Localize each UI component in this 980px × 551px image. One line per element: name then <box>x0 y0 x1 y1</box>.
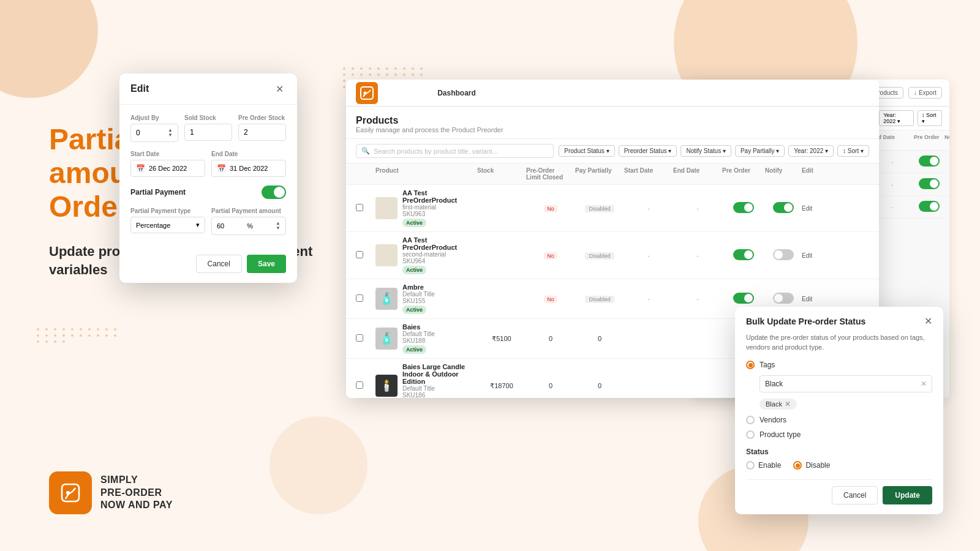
modal-body: Adjust By 0 ▲ ▼ Sold Stock 1 Pre Order S… <box>119 105 297 255</box>
logo-area: SIMPLY PRE-ORDER NOW AND PAY <box>49 471 173 514</box>
sold-stock-field: Sold Stock 1 <box>184 114 232 142</box>
status-label: Status <box>746 448 932 456</box>
bulk-update-modal: Bulk Update Pre-order Status ✕ Update th… <box>735 307 943 514</box>
dot-pattern-left <box>37 328 119 343</box>
search-box[interactable]: 🔍 Search products by product title, vari… <box>356 144 554 158</box>
spinner-down[interactable]: ▼ <box>168 133 173 138</box>
modal-title: Edit <box>130 83 149 94</box>
product-type-radio[interactable] <box>746 430 755 439</box>
logo-text: SIMPLY PRE-ORDER NOW AND PAY <box>100 474 173 512</box>
modal-actions: Cancel Save <box>119 255 297 283</box>
row-checkbox[interactable] <box>356 251 363 258</box>
tag-chip-remove[interactable]: ✕ <box>785 400 791 408</box>
pre-order-toggle[interactable] <box>733 202 754 213</box>
bulk-modal-title: Bulk Update Pre-order Status <box>746 317 865 326</box>
search-icon: 🔍 <box>361 147 370 155</box>
enable-radio[interactable] <box>746 461 755 470</box>
save-button[interactable]: Save <box>247 255 286 273</box>
product-name: AA Test PreOrderProduct <box>402 236 477 251</box>
product-sku: SKU964 <box>402 258 477 264</box>
partial-type-field: Partial Payment type Percentage ▾ <box>130 208 205 235</box>
bulk-modal-header: Bulk Update Pre-order Status ✕ <box>735 307 943 333</box>
disable-radio[interactable] <box>793 461 802 470</box>
product-variant: Default Title <box>402 291 435 298</box>
rp-year-filter[interactable]: Year: 2022 ▾ <box>879 110 914 126</box>
edit-link[interactable]: Edit <box>802 252 812 259</box>
filter-year[interactable]: Year: 2022 ▾ <box>788 145 834 157</box>
product-variant: first-material <box>402 204 477 211</box>
product-sku: SKU963 <box>402 211 477 217</box>
sold-stock-input: 1 <box>184 124 232 141</box>
row-checkbox[interactable] <box>356 294 363 302</box>
product-sku: SKU188 <box>402 337 435 344</box>
tags-option-row: Tags <box>746 361 932 369</box>
vendors-radio[interactable] <box>746 416 755 424</box>
product-thumbnail: 🧴 <box>375 328 398 350</box>
end-date-input[interactable]: 📅 31 Dec 2022 <box>211 160 286 177</box>
search-placeholder: Search products by product title, varian… <box>374 148 498 155</box>
notify-toggle[interactable] <box>773 293 794 304</box>
products-title: Products <box>356 115 869 126</box>
app-topbar: SIMPLYPRE-ORDERNOW AND PAY Dashboard <box>346 80 879 107</box>
edit-link[interactable]: Edit <box>802 205 812 212</box>
app-logo <box>356 82 378 104</box>
pre-order-toggle[interactable] <box>733 293 754 304</box>
bulk-radio-group: Tags Black ✕ Black ✕ Vendors <box>746 361 932 439</box>
cancel-button[interactable]: Cancel <box>196 255 242 273</box>
product-type-label: Product type <box>760 430 801 439</box>
amount-spinner-down[interactable]: ▼ <box>276 226 281 231</box>
product-variant: Default Title <box>402 331 435 337</box>
tags-chips: Black ✕ <box>760 399 932 410</box>
enable-radio-row: Enable <box>746 461 781 470</box>
vendors-option-row: Vendors <box>746 416 932 424</box>
tag-chip-black: Black ✕ <box>760 399 797 410</box>
bulk-update-button[interactable]: Update <box>883 486 932 504</box>
partial-amount-input[interactable]: 60 % ▲ ▼ <box>211 217 286 235</box>
edit-link[interactable]: Edit <box>802 296 812 302</box>
export-btn[interactable]: ↓Export <box>908 87 942 99</box>
filter-notify-status[interactable]: Notify Status ▾ <box>680 145 731 157</box>
adjust-by-field: Adjust By 0 ▲ ▼ <box>130 114 178 142</box>
app-nav: Dashboard <box>437 89 476 97</box>
notify-toggle[interactable] <box>773 202 794 213</box>
status-badge: Active <box>402 305 426 314</box>
edit-modal: Edit ✕ Adjust By 0 ▲ ▼ Sold Stock 1 <box>119 73 297 283</box>
product-name: Ambre <box>402 283 435 291</box>
pre-order-stock-input: 2 <box>238 124 286 141</box>
filter-product-status[interactable]: Product Status ▾ <box>559 145 614 157</box>
bulk-description: Update the pre-order status of your prod… <box>746 333 932 352</box>
filter-sort[interactable]: ↕ Sort ▾ <box>837 145 869 157</box>
start-date-input[interactable]: 📅 26 Dec 2022 <box>130 160 205 177</box>
partial-amount-field: Partial Payment amount 60 % ▲ ▼ <box>211 208 286 235</box>
filter-pay-partially[interactable]: Pay Partially ▾ <box>735 145 785 157</box>
tags-input[interactable]: Black ✕ <box>760 375 932 392</box>
row-checkbox[interactable] <box>356 204 363 211</box>
partial-type-select[interactable]: Percentage ▾ <box>130 217 205 233</box>
close-icon[interactable]: ✕ <box>273 82 286 96</box>
pre-order-toggle[interactable] <box>733 249 754 260</box>
rp-sort-filter[interactable]: ↕ Sort ▾ <box>918 110 942 126</box>
bulk-modal-body: Update the pre-order status of your prod… <box>735 333 943 514</box>
bulk-cancel-button[interactable]: Cancel <box>832 486 878 504</box>
tags-clear-icon[interactable]: ✕ <box>921 380 927 388</box>
adjust-by-input[interactable]: 0 ▲ ▼ <box>130 124 178 142</box>
row-checkbox[interactable] <box>356 381 363 389</box>
product-variant: Default Title <box>402 385 477 392</box>
disable-label: Disable <box>805 461 830 470</box>
product-thumbnail: 🕯️ <box>375 375 398 397</box>
modal-header: Edit ✕ <box>119 73 297 105</box>
products-header: Products Easily manage and process the P… <box>346 107 879 139</box>
row-checkbox[interactable] <box>356 334 363 342</box>
tags-radio[interactable] <box>746 361 755 369</box>
bulk-close-icon[interactable]: ✕ <box>924 315 932 327</box>
status-badge: Active <box>402 219 426 227</box>
nav-dashboard[interactable]: Dashboard <box>437 89 476 97</box>
calendar-icon: 📅 <box>217 164 226 173</box>
product-thumbnail <box>375 197 398 219</box>
calendar-icon: 📅 <box>136 164 145 173</box>
partial-payment-toggle[interactable] <box>262 186 286 199</box>
notify-toggle[interactable] <box>773 249 794 260</box>
enable-label: Enable <box>758 461 781 470</box>
filter-preorder-status[interactable]: Preorder Status ▾ <box>619 145 677 157</box>
status-badge: Active <box>402 266 426 274</box>
